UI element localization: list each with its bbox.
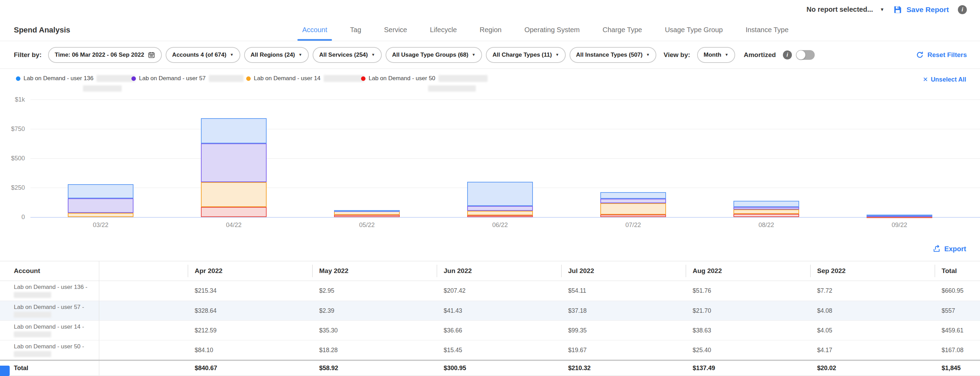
redacted-text: [97, 75, 135, 82]
filter-pill-label: Accounts 4 (of 674): [172, 51, 226, 59]
table-cell: $210.32: [561, 361, 686, 375]
bar-segment[interactable]: [334, 215, 400, 217]
column-header: Sep 2022: [817, 267, 845, 275]
table-cell: $207.42: [437, 281, 561, 301]
cell-value: $35.30: [319, 327, 338, 334]
bar-segment[interactable]: [867, 214, 932, 216]
amortized-toggle[interactable]: [796, 50, 815, 60]
legend-item[interactable]: Lab on Demand - user 136: [16, 75, 135, 82]
cell-value: $215.34: [195, 287, 216, 294]
tab-operating-system[interactable]: Operating System: [523, 19, 580, 41]
reset-filters-label: Reset Filters: [928, 51, 967, 59]
tab-lifecycle[interactable]: Lifecycle: [429, 19, 458, 41]
table-spacer-cell: [99, 261, 188, 281]
tab-charge-type[interactable]: Charge Type: [602, 19, 643, 41]
account-name: Lab on Demand - user 50 -: [14, 343, 84, 350]
tab-region[interactable]: Region: [479, 19, 502, 41]
save-report-button[interactable]: Save Report: [893, 5, 949, 14]
stacked-bar-chart: $1k$750$500$250003/2204/2205/2206/2207/2…: [0, 98, 980, 237]
column-header: Aug 2022: [693, 267, 722, 275]
cell-value: $54.11: [568, 287, 586, 294]
table-cell: $660.95: [935, 281, 980, 301]
filter-pill-charge[interactable]: All Charge Types (11)▼: [486, 47, 566, 63]
cell-value: $58.92: [319, 365, 338, 372]
redacted-text: [209, 75, 243, 82]
table-cell: $557: [935, 301, 980, 320]
bar-segment[interactable]: [733, 201, 799, 207]
bar-segment[interactable]: [334, 210, 400, 211]
table-cell: $7.72: [810, 281, 935, 301]
bar-segment[interactable]: [68, 184, 134, 198]
bar-segment[interactable]: [467, 206, 533, 211]
cell-value: $328.64: [195, 307, 216, 314]
bar-segment[interactable]: [467, 182, 533, 206]
table-cell: $36.66: [437, 321, 561, 340]
cell-value: $25.40: [693, 347, 711, 354]
table-cell: $19.67: [561, 340, 686, 360]
bar-segment[interactable]: [201, 143, 267, 182]
bar-segment[interactable]: [600, 192, 666, 198]
bar-segment[interactable]: [600, 203, 666, 215]
filter-pill-instance[interactable]: All Instance Types (507)▼: [570, 47, 656, 63]
view-by-dropdown[interactable]: Month ▼: [697, 47, 735, 63]
spend-table: AccountApr 2022May 2022Jun 2022Jul 2022A…: [0, 261, 980, 376]
bar-segment[interactable]: [600, 214, 666, 217]
filter-pill-services[interactable]: All Services (254)▼: [313, 47, 382, 63]
legend-item[interactable]: Lab on Demand - user 50: [361, 75, 488, 82]
account-cell: Lab on Demand - user 57 -: [0, 301, 99, 320]
bar-segment[interactable]: [733, 214, 799, 217]
table-cell: $167.08: [935, 340, 980, 360]
tab-account[interactable]: Account: [302, 19, 328, 41]
x-axis-tick-label: 05/22: [343, 222, 391, 229]
bar-segment[interactable]: [733, 207, 799, 209]
tab-tag[interactable]: Tag: [349, 19, 362, 41]
bar-segment[interactable]: [201, 182, 267, 207]
bar-segment[interactable]: [68, 198, 134, 213]
legend-item-label: Lab on Demand - user 50: [369, 75, 435, 82]
table-row: Lab on Demand - user 136 -$215.34$2.95$2…: [0, 281, 980, 301]
bar-segment[interactable]: [600, 199, 666, 203]
bar-segment[interactable]: [733, 209, 799, 214]
amortized-info-icon[interactable]: i: [783, 51, 792, 59]
redacted-text: [324, 75, 364, 82]
filter-pill-regions[interactable]: All Regions (24)▼: [244, 47, 309, 63]
legend-dot: [246, 76, 251, 81]
table-cell: $4.08: [810, 301, 935, 320]
amortized-label: Amortized: [744, 51, 776, 59]
x-axis-tick-label: 09/22: [875, 222, 924, 229]
tab-instance-type[interactable]: Instance Type: [745, 19, 789, 41]
refresh-icon: [916, 51, 924, 59]
gridline: [30, 129, 980, 129]
time-filter-pill[interactable]: Time: 06 Mar 2022 - 06 Sep 2022: [48, 47, 162, 63]
column-header: Jul 2022: [568, 267, 594, 275]
bar-segment[interactable]: [467, 215, 533, 217]
legend-item-label: Lab on Demand - user 57: [139, 75, 206, 82]
table-cell: Jun 2022: [437, 261, 561, 281]
export-button[interactable]: Export: [932, 245, 966, 253]
unselect-all-button[interactable]: ✕ Unselect All: [923, 76, 966, 83]
bar-segment[interactable]: [201, 207, 267, 217]
filter-pill-usage[interactable]: All Usage Type Groups (68)▼: [385, 47, 482, 63]
bar-segment[interactable]: [201, 118, 267, 143]
cell-value: $21.70: [693, 307, 711, 314]
legend-item[interactable]: Lab on Demand - user 57: [131, 75, 243, 82]
tab-usage-type-group[interactable]: Usage Type Group: [664, 19, 724, 41]
table-cell: $212.59: [188, 321, 312, 340]
cell-value: $212.59: [195, 327, 216, 334]
reset-filters-button[interactable]: Reset Filters: [916, 51, 967, 59]
total-label: Total: [14, 365, 29, 372]
filter-pill-label: All Instance Types (507): [576, 51, 643, 59]
bar-segment[interactable]: [68, 213, 134, 217]
cell-value: $207.42: [444, 287, 465, 294]
bar-segment[interactable]: [467, 211, 533, 215]
info-icon[interactable]: i: [958, 5, 967, 14]
legend-dot: [361, 76, 366, 81]
legend-item[interactable]: Lab on Demand - user 14: [246, 75, 364, 82]
filter-pill-4[interactable]: Accounts 4 (of 674)▼: [165, 47, 240, 63]
report-selector-dropdown[interactable]: No report selected... ▼: [807, 6, 884, 13]
calendar-icon: [148, 51, 155, 59]
cell-value: $41.43: [444, 307, 462, 314]
table-cell: Aug 2022: [686, 261, 810, 281]
tab-service[interactable]: Service: [383, 19, 408, 41]
cell-value: $51.76: [693, 287, 711, 294]
